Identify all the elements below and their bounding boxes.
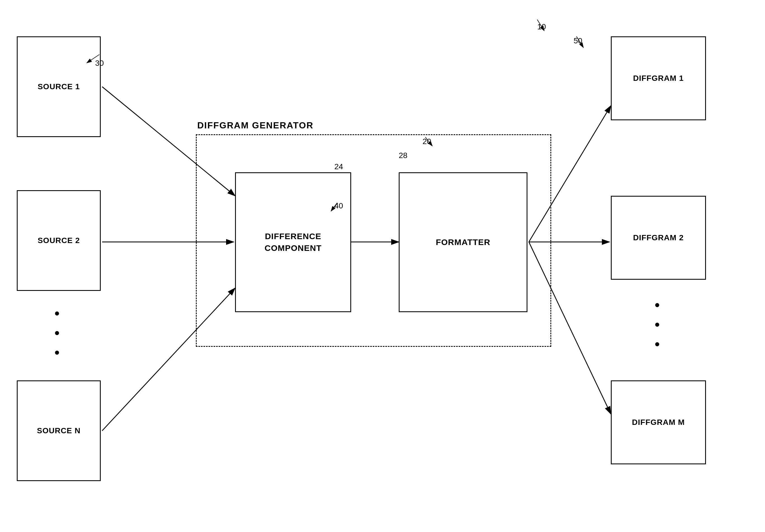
ref-20: 20 xyxy=(422,137,431,146)
diffgramM-label: DIFFGRAM M xyxy=(632,418,685,427)
diagram: DIFFGRAM GENERATOR SOURCE 1 SOURCE 2 SOU… xyxy=(0,0,765,532)
ref-24: 24 xyxy=(335,162,343,171)
ref-40: 40 xyxy=(335,202,343,210)
dots-left-1: • xyxy=(55,306,60,320)
formatter-box: FORMATTER xyxy=(399,172,527,312)
diffgram1-box: DIFFGRAM 1 xyxy=(611,36,706,120)
diffgram2-box: DIFFGRAM 2 xyxy=(611,196,706,280)
diffgram2-label: DIFFGRAM 2 xyxy=(633,233,684,242)
ref-28: 28 xyxy=(399,151,407,160)
difference-component-label: DIFFERENCECOMPONENT xyxy=(265,231,322,254)
source2-box: SOURCE 2 xyxy=(17,190,101,291)
dots-left-2: • xyxy=(55,326,60,340)
dots-right-2: • xyxy=(655,317,660,331)
ref-10: 10 xyxy=(537,22,546,31)
source2-label: SOURCE 2 xyxy=(38,236,80,245)
difference-component-box: DIFFERENCECOMPONENT xyxy=(235,172,351,312)
sourceN-box: SOURCE N xyxy=(17,380,101,481)
ref-50: 50 xyxy=(574,36,582,45)
diffgramM-box: DIFFGRAM M xyxy=(611,380,706,464)
ref-30: 30 xyxy=(95,59,104,68)
source1-box: SOURCE 1 xyxy=(17,36,101,137)
source1-label: SOURCE 1 xyxy=(38,82,80,91)
formatter-label: FORMATTER xyxy=(436,238,490,247)
dots-right-1: • xyxy=(655,298,660,312)
dots-left-3: • xyxy=(55,345,60,359)
dots-right-3: • xyxy=(655,337,660,351)
diffgram1-label: DIFFGRAM 1 xyxy=(633,74,684,83)
sourceN-label: SOURCE N xyxy=(37,426,81,435)
diffgram-generator-label: DIFFGRAM GENERATOR xyxy=(197,120,314,131)
